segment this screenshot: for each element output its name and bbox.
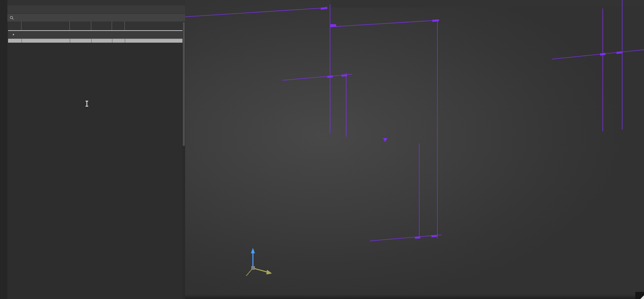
search-icon: [10, 16, 14, 20]
panel-toolbar: [7, 5, 185, 13]
variables-panel: ▼: [7, 0, 185, 299]
text-cursor: [86, 101, 88, 106]
table-header: [8, 22, 183, 30]
panel-title-bar: [7, 0, 185, 5]
clipped-subtable-header: [8, 39, 183, 43]
dimension-attach-marker: [383, 138, 387, 142]
column-header-value[interactable]: [91, 22, 112, 30]
column-header-name[interactable]: [21, 22, 70, 30]
search-input[interactable]: [16, 15, 175, 20]
search-bar: [7, 13, 185, 22]
variables-table: ▼: [8, 22, 183, 43]
dimension-lines: [185, 0, 644, 241]
app-icon-rail: [0, 0, 7, 299]
column-header-expr[interactable]: [70, 22, 91, 30]
column-header-comment[interactable]: [125, 22, 183, 30]
vertical-scrollbar-thumb[interactable]: [183, 22, 185, 146]
column-header-icon[interactable]: [8, 22, 21, 30]
column-header-param[interactable]: [112, 22, 125, 30]
collapse-arrow-icon: ▼: [12, 33, 15, 36]
vertical-scrollbar[interactable]: [182, 22, 185, 299]
corner-widget[interactable]: [635, 292, 644, 299]
3d-viewport[interactable]: [185, 0, 644, 299]
assembly-group-header[interactable]: ▼: [8, 30, 183, 39]
vp-toolbar: [330, 0, 644, 7]
coordinate-triad: [246, 248, 272, 276]
